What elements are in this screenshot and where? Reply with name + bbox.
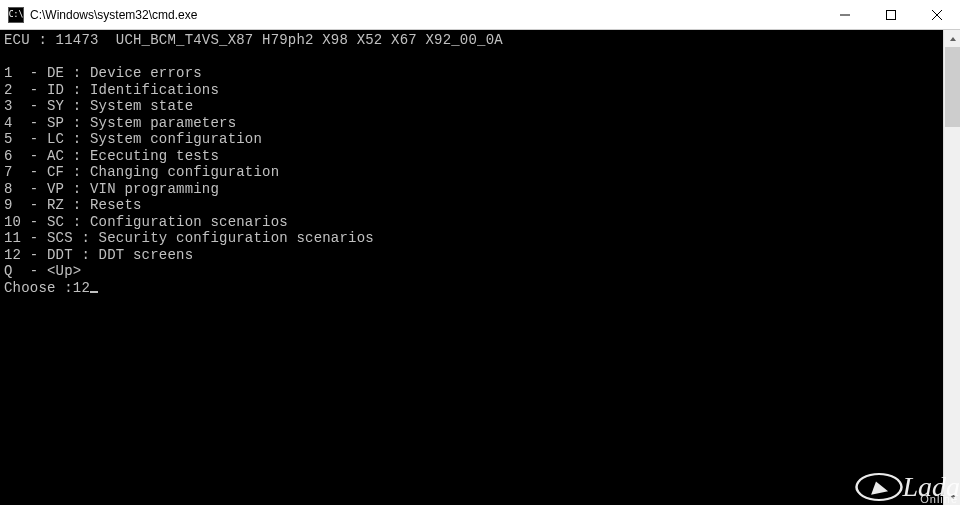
menu-line: 11 - SCS : Security configuration scenar… [4,230,374,246]
menu-line: 1 - DE : Device errors [4,65,202,81]
window-title: C:\Windows\system32\cmd.exe [30,8,822,22]
menu-line: 5 - LC : System configuration [4,131,262,147]
scroll-thumb[interactable] [945,47,960,127]
minimize-button[interactable] [822,0,868,30]
menu-line: Q - <Up> [4,263,81,279]
menu-line: 9 - RZ : Resets [4,197,142,213]
menu-line: 3 - SY : System state [4,98,193,114]
svg-marker-5 [950,495,956,499]
vertical-scrollbar[interactable] [943,30,960,505]
svg-rect-1 [887,11,896,20]
maximize-button[interactable] [868,0,914,30]
ecu-header-line: ECU : 11473 UCH_BCM_T4VS_X87 H79ph2 X98 … [4,32,503,48]
menu-line: 6 - AC : Ececuting tests [4,148,219,164]
text-cursor [90,291,98,293]
menu-line: 8 - VP : VIN programming [4,181,219,197]
close-button[interactable] [914,0,960,30]
scroll-up-arrow-icon[interactable] [944,30,960,47]
window-titlebar: C:\ C:\Windows\system32\cmd.exe [0,0,960,30]
svg-marker-4 [950,37,956,41]
prompt-input-value[interactable]: 12 [73,280,90,296]
menu-line: 4 - SP : System parameters [4,115,236,131]
menu-line: 2 - ID : Identifications [4,82,219,98]
cmd-icon: C:\ [8,7,24,23]
scroll-down-arrow-icon[interactable] [944,488,960,505]
window-controls [822,0,960,29]
prompt-label: Choose : [4,280,73,296]
menu-line: 12 - DDT : DDT screens [4,247,193,263]
terminal-output[interactable]: ECU : 11473 UCH_BCM_T4VS_X87 H79ph2 X98 … [0,30,943,505]
menu-line: 10 - SC : Configuration scenarios [4,214,288,230]
menu-line: 7 - CF : Changing configuration [4,164,279,180]
